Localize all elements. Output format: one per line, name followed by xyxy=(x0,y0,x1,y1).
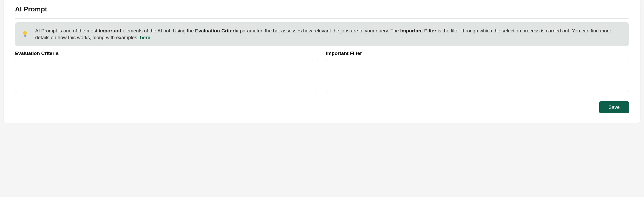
button-row: Save xyxy=(15,101,629,113)
svg-rect-2 xyxy=(25,36,26,37)
important-filter-input[interactable] xyxy=(326,60,629,92)
important-filter-group: Important Filter xyxy=(326,51,629,92)
ai-prompt-card: AI Prompt AI Prompt is one of the most i… xyxy=(4,0,640,123)
evaluation-criteria-input[interactable] xyxy=(15,60,318,92)
fields-row: Evaluation Criteria Important Filter xyxy=(15,51,629,92)
evaluation-criteria-group: Evaluation Criteria xyxy=(15,51,318,92)
info-text: AI Prompt is one of the most important e… xyxy=(35,27,622,41)
important-filter-label: Important Filter xyxy=(326,51,629,56)
evaluation-criteria-label: Evaluation Criteria xyxy=(15,51,318,56)
svg-rect-0 xyxy=(24,35,26,36)
info-box: AI Prompt is one of the most important e… xyxy=(15,22,629,46)
section-title: AI Prompt xyxy=(15,5,629,19)
lightbulb-icon xyxy=(22,31,28,38)
here-link[interactable]: here xyxy=(140,35,150,40)
save-button[interactable]: Save xyxy=(599,101,629,113)
svg-rect-1 xyxy=(24,36,26,36)
